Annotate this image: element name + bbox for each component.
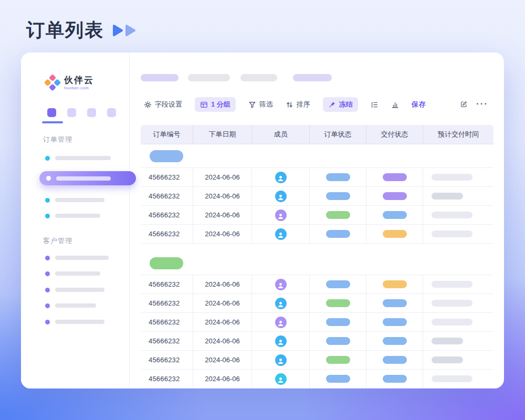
order-status-cell[interactable] (310, 351, 366, 369)
group-pill[interactable] (150, 150, 183, 162)
table-row[interactable]: 456662322024-06-06 (141, 275, 494, 294)
delivery-status-cell[interactable] (366, 275, 423, 293)
more-button[interactable]: ··· (476, 99, 488, 109)
table-row[interactable]: 456662322024-06-06 (141, 225, 494, 244)
member-cell[interactable] (252, 206, 310, 224)
order-status-cell[interactable] (310, 275, 366, 293)
eta-cell[interactable] (423, 206, 494, 224)
order-no-cell[interactable]: 45666232 (141, 313, 193, 331)
sidebar-item[interactable] (45, 318, 104, 326)
eta-cell[interactable] (423, 187, 494, 205)
sidebar-item[interactable] (45, 196, 104, 204)
group-button[interactable]: 1 分组 (195, 97, 236, 112)
member-avatar[interactable] (275, 209, 287, 221)
chart-button[interactable] (391, 101, 399, 109)
sidebar-item[interactable] (45, 254, 109, 262)
table-row[interactable]: 456662322024-06-06 (141, 351, 494, 370)
order-no-cell[interactable]: 45666232 (141, 351, 193, 369)
order-date-cell[interactable]: 2024-06-06 (193, 370, 252, 388)
workspace-tab-2[interactable] (67, 108, 76, 117)
member-cell[interactable] (252, 294, 310, 312)
sort-button[interactable]: 排序 (286, 100, 310, 109)
eta-cell[interactable] (423, 168, 494, 186)
sidebar-item[interactable] (45, 269, 100, 278)
column-header-5[interactable]: 预计交付时间 (423, 125, 494, 144)
order-date-cell[interactable]: 2024-06-06 (193, 275, 252, 293)
order-date-cell[interactable]: 2024-06-06 (193, 168, 252, 186)
member-avatar[interactable] (275, 373, 287, 385)
sidebar-item[interactable] (45, 212, 100, 220)
field-settings-button[interactable]: 字段设置 (144, 100, 182, 109)
member-avatar[interactable] (275, 191, 287, 202)
eta-cell[interactable] (423, 275, 494, 293)
member-avatar[interactable] (275, 354, 287, 366)
table-row[interactable]: 456662322024-06-06 (141, 187, 494, 206)
order-date-cell[interactable]: 2024-06-06 (193, 351, 252, 369)
filter-button[interactable]: 筛选 (248, 100, 273, 109)
eta-cell[interactable] (423, 351, 494, 369)
order-date-cell[interactable]: 2024-06-06 (193, 206, 252, 224)
delivery-status-cell[interactable] (366, 168, 423, 186)
member-avatar[interactable] (275, 335, 287, 347)
member-cell[interactable] (252, 313, 310, 331)
order-no-cell[interactable]: 45666232 (141, 206, 193, 224)
member-cell[interactable] (252, 168, 310, 186)
order-no-cell[interactable]: 45666232 (141, 294, 193, 312)
group-summary-row[interactable] (141, 144, 494, 168)
table-row[interactable]: 456662322024-06-06 (141, 168, 494, 187)
order-no-cell[interactable]: 45666232 (141, 225, 193, 243)
delivery-status-cell[interactable] (366, 370, 423, 388)
order-date-cell[interactable]: 2024-06-06 (193, 187, 252, 205)
sidebar-item-selected[interactable] (39, 171, 136, 185)
freeze-button[interactable]: 冻结 (323, 97, 358, 112)
order-date-cell[interactable]: 2024-06-06 (193, 225, 252, 243)
order-status-cell[interactable] (310, 187, 366, 205)
order-status-cell[interactable] (310, 294, 366, 312)
workspace-tab-1[interactable] (47, 108, 56, 117)
column-header-2[interactable]: 成员 (252, 125, 310, 144)
member-cell[interactable] (252, 332, 310, 350)
member-cell[interactable] (252, 370, 310, 388)
member-avatar[interactable] (275, 172, 287, 183)
order-no-cell[interactable]: 45666232 (141, 332, 193, 350)
group-pill[interactable] (150, 257, 183, 269)
delivery-status-cell[interactable] (366, 313, 423, 331)
edit-share-button[interactable] (460, 100, 468, 108)
order-status-cell[interactable] (310, 370, 366, 388)
workspace-tab-4[interactable] (107, 108, 116, 117)
table-row[interactable]: 456662322024-06-06 (141, 294, 494, 313)
table-row[interactable]: 456662322024-06-06 (141, 206, 494, 225)
member-avatar[interactable] (275, 279, 287, 290)
group-summary-row[interactable] (141, 251, 494, 275)
order-status-cell[interactable] (310, 332, 366, 350)
order-no-cell[interactable]: 45666232 (141, 370, 193, 388)
eta-cell[interactable] (423, 313, 494, 331)
sidebar-item[interactable] (45, 154, 111, 162)
order-status-cell[interactable] (310, 313, 366, 331)
row-height-button[interactable] (371, 101, 379, 109)
delivery-status-cell[interactable] (366, 294, 423, 312)
delivery-status-cell[interactable] (366, 332, 423, 350)
eta-cell[interactable] (423, 332, 494, 350)
delivery-status-cell[interactable] (366, 351, 423, 369)
column-header-4[interactable]: 交付状态 (366, 125, 423, 144)
member-avatar[interactable] (275, 317, 287, 328)
column-header-1[interactable]: 下单日期 (193, 125, 252, 144)
order-no-cell[interactable]: 45666232 (141, 187, 193, 205)
eta-cell[interactable] (423, 225, 494, 243)
sidebar-item[interactable] (45, 301, 96, 310)
sidebar-item[interactable] (45, 286, 104, 294)
member-cell[interactable] (252, 187, 310, 205)
order-date-cell[interactable]: 2024-06-06 (193, 313, 252, 331)
eta-cell[interactable] (423, 370, 494, 388)
delivery-status-cell[interactable] (366, 187, 423, 205)
member-avatar[interactable] (275, 228, 287, 240)
table-row[interactable]: 456662322024-06-06 (141, 370, 494, 388)
order-status-cell[interactable] (310, 206, 366, 224)
member-avatar[interactable] (275, 298, 287, 309)
workspace-tab-3[interactable] (87, 108, 96, 117)
eta-cell[interactable] (423, 294, 494, 312)
order-date-cell[interactable]: 2024-06-06 (193, 294, 252, 312)
save-button[interactable]: 保存 (412, 100, 426, 109)
column-header-0[interactable]: 订单编号 (141, 125, 193, 144)
